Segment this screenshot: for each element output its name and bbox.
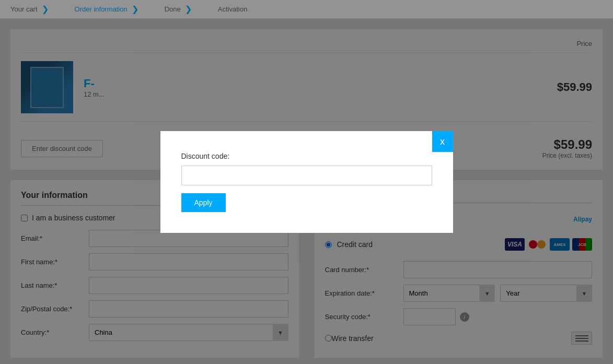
discount-code-label: Discount code: — [181, 152, 432, 160]
modal-close-button[interactable]: x — [432, 131, 453, 152]
discount-code-input[interactable] — [181, 166, 432, 185]
modal-overlay[interactable]: x Discount code: Apply — [0, 0, 613, 364]
discount-modal: x Discount code: Apply — [160, 131, 453, 233]
apply-button[interactable]: Apply — [181, 193, 226, 212]
